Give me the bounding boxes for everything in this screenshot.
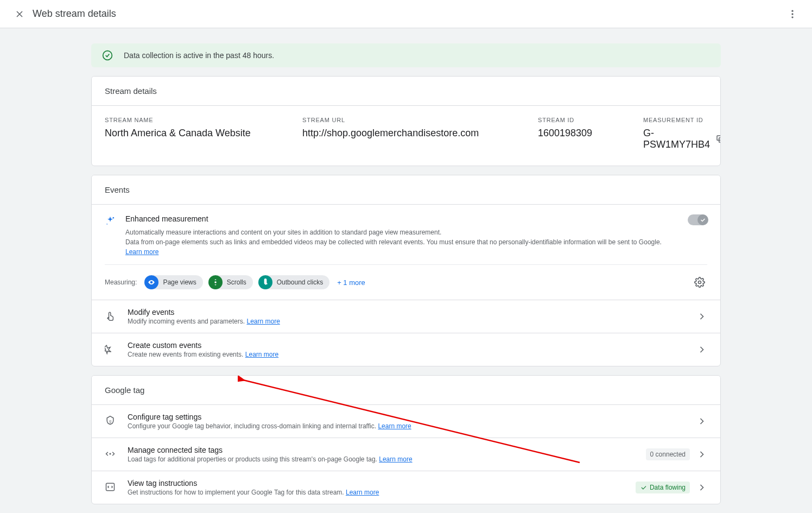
chevron-right-icon (696, 416, 707, 427)
stream-details-grid: STREAM NAME North America & Canada Websi… (92, 106, 720, 166)
stream-name-label: STREAM NAME (105, 117, 289, 123)
configure-learn-more-link[interactable]: Learn more (378, 422, 411, 430)
chevron-right-icon (696, 344, 707, 355)
configure-tag-title: Configure tag settings (128, 413, 696, 421)
create-custom-events-row[interactable]: Create custom events Create new events f… (92, 333, 720, 366)
stream-url-label: STREAM URL (302, 117, 525, 123)
custom-events-sub: Create new events from existing events. … (128, 351, 696, 358)
configure-tag-row[interactable]: g Configure tag settings Configure your … (92, 405, 720, 438)
more-vert-icon (787, 9, 798, 20)
click-icon (258, 275, 272, 289)
svg-point-10 (214, 281, 217, 283)
page-title: Web stream details (33, 8, 116, 20)
stream-details-card: Stream details STREAM NAME North America… (91, 76, 721, 166)
measuring-row: Measuring: Page views Scrolls (105, 264, 707, 290)
view-instructions-title: View tag instructions (128, 479, 636, 487)
measurement-id-value: G-PSW1MY7HB4 (643, 128, 710, 150)
chevron-right-icon (696, 311, 707, 322)
svg-text:g: g (109, 419, 111, 423)
status-banner: Data collection is active in the past 48… (91, 43, 721, 67)
stream-details-header: Stream details (92, 77, 720, 106)
copy-measurement-id-button[interactable] (715, 134, 721, 144)
view-instructions-row[interactable]: View tag instructions Get instructions f… (92, 471, 720, 504)
sparkles-icon (105, 216, 116, 257)
scroll-icon (208, 275, 223, 289)
enhanced-measurement-section: Enhanced measurement Automatically measu… (92, 205, 720, 300)
code-box-icon (105, 482, 118, 494)
google-tag-header: Google tag (92, 376, 720, 405)
eye-icon (144, 275, 158, 289)
chip-page-views: Page views (144, 275, 202, 289)
stream-name-value: North America & Canada Website (105, 128, 289, 139)
stream-id-label: STREAM ID (538, 117, 630, 123)
tag-icon: g (105, 415, 118, 428)
chevron-right-icon (696, 482, 707, 493)
measurement-id-label: MEASUREMENT ID (643, 117, 721, 123)
more-chips-link[interactable]: + 1 more (337, 278, 365, 287)
close-button[interactable] (9, 3, 30, 25)
chevron-right-icon (696, 449, 707, 460)
enhanced-measurement-title: Enhanced measurement (125, 214, 677, 223)
enhanced-settings-button[interactable] (692, 275, 707, 290)
svg-point-3 (791, 13, 793, 15)
stream-id-value: 1600198309 (538, 128, 630, 139)
custom-events-title: Create custom events (128, 341, 696, 350)
modify-events-row[interactable]: Modify events Modify incoming events and… (92, 300, 720, 333)
check-icon (640, 484, 648, 491)
gear-icon (694, 277, 705, 288)
content-area: Data collection is active in the past 48… (91, 28, 721, 513)
view-instructions-sub: Get instructions for how to implement yo… (128, 489, 636, 496)
svg-rect-14 (106, 483, 115, 490)
svg-point-4 (791, 16, 793, 18)
svg-point-2 (791, 10, 793, 11)
check-circle-icon (102, 50, 113, 61)
svg-point-11 (699, 281, 701, 284)
copy-icon (715, 134, 721, 144)
measuring-label: Measuring: (105, 278, 137, 286)
check-icon (700, 217, 706, 223)
events-header: Events (92, 175, 720, 205)
modify-learn-more-link[interactable]: Learn more (246, 318, 280, 325)
touch-icon (105, 311, 118, 323)
stream-url-value: http://shop.googlemerchandisestore.com (302, 128, 525, 139)
configure-tag-sub: Configure your Google tag behavior, incl… (128, 422, 696, 430)
banner-text: Data collection is active in the past 48… (124, 51, 274, 60)
events-card: Events Enhanced measurement Automaticall… (91, 175, 721, 366)
enhanced-measurement-toggle[interactable] (688, 214, 707, 225)
more-options-button[interactable] (782, 3, 803, 25)
google-tag-card: Google tag g Configure tag settings Conf… (91, 375, 721, 504)
data-flowing-badge: Data flowing (636, 482, 690, 493)
manage-tags-title: Manage connected site tags (128, 446, 646, 454)
enhanced-learn-more-link[interactable]: Learn more (125, 248, 158, 256)
svg-point-13 (110, 453, 111, 454)
manage-learn-more-link[interactable]: Learn more (379, 455, 412, 463)
modify-events-title: Modify events (128, 308, 696, 316)
modify-events-sub: Modify incoming events and parameters. L… (128, 318, 696, 325)
custom-learn-more-link[interactable]: Learn more (245, 351, 278, 358)
manage-tags-row[interactable]: Manage connected site tags Load tags for… (92, 438, 720, 471)
close-icon (14, 9, 25, 20)
svg-point-8 (113, 217, 115, 219)
svg-point-9 (106, 224, 107, 225)
link-icon (105, 448, 118, 461)
view-learn-more-link[interactable]: Learn more (346, 489, 379, 496)
manage-tags-sub: Load tags for additional properties or p… (128, 455, 646, 463)
page-header: Web stream details (0, 0, 812, 28)
connected-count-badge: 0 connected (646, 448, 690, 460)
enhanced-measurement-desc: Automatically measure interactions and c… (125, 227, 677, 257)
sparkle-cursor-icon (105, 344, 118, 356)
chip-outbound: Outbound clicks (258, 275, 329, 289)
svg-point-5 (103, 51, 112, 60)
chip-scrolls: Scrolls (208, 275, 253, 289)
